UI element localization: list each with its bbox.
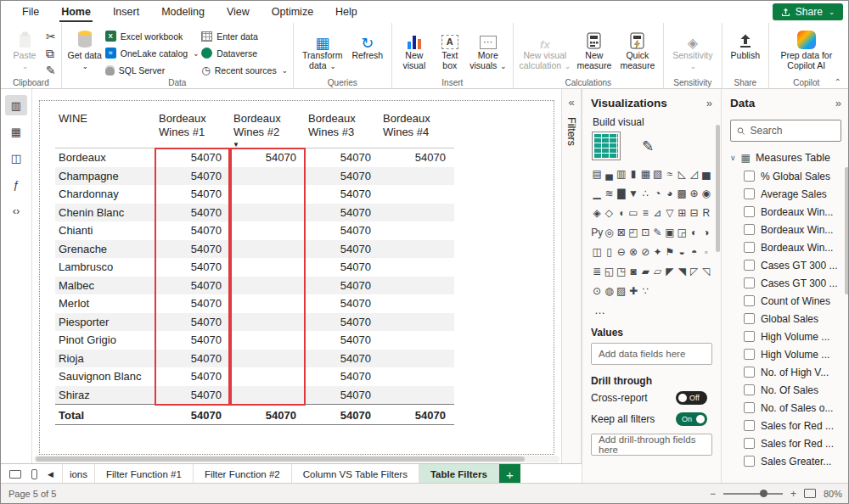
visual-type-icon[interactable]: ◲	[676, 227, 688, 238]
visual-type-icon[interactable]: ▮	[627, 168, 639, 180]
visual-type-icon[interactable]: ▄	[603, 168, 615, 180]
visual-type-icon[interactable]: ◳	[616, 266, 627, 277]
page-tab[interactable]: ions	[62, 464, 95, 484]
visual-type-icon[interactable]: ⊖	[616, 246, 627, 258]
menu-item[interactable]: Help	[324, 2, 368, 23]
visual-type-icon[interactable]: ◑	[700, 227, 712, 238]
sql-server-button[interactable]: SQL Server	[105, 63, 200, 77]
new-page-button[interactable]: +	[499, 464, 520, 484]
column-header[interactable]: WINE	[55, 109, 155, 126]
measure-item[interactable]: No. of High V...	[722, 363, 849, 381]
visual-type-icon[interactable]: ◖	[616, 207, 627, 219]
new-visual-calculation-button[interactable]: fx New visual calculation ⌄	[519, 25, 571, 71]
table-row[interactable]: Malbec 54070 54070	[55, 277, 454, 295]
visual-type-icon[interactable]: ◦	[700, 246, 712, 258]
table-row[interactable]: Champagne 54070 54070	[55, 167, 454, 186]
measure-checkbox[interactable]	[744, 206, 755, 217]
table-row[interactable]: Chenin Blanc 54070 54070	[55, 204, 454, 222]
collapse-pane-icon[interactable]: »	[835, 97, 841, 109]
column-header[interactable]: Bordeaux Wines #1	[155, 109, 230, 139]
excel-workbook-button[interactable]: XExcel workbook	[105, 29, 200, 43]
visual-type-icon[interactable]: ◤	[664, 266, 676, 277]
visual-type-icon[interactable]: ◫	[591, 246, 603, 258]
visual-type-icon[interactable]: ▣	[664, 227, 676, 238]
measure-checkbox[interactable]	[744, 331, 755, 342]
table-row[interactable]: Piesporter 54070 54070	[55, 313, 454, 332]
visual-type-icon[interactable]: ◙	[627, 266, 639, 277]
measure-item[interactable]: Count of Wines	[722, 292, 849, 310]
view-icon[interactable]: ▥	[5, 95, 27, 115]
visual-type-icon[interactable]: ⚑	[664, 246, 676, 258]
measure-item[interactable]: Sales for Red ...	[722, 417, 849, 434]
visual-type-icon[interactable]: ◍	[603, 285, 615, 297]
visual-type-icon[interactable]: ◺	[676, 168, 688, 180]
visual-type-icon[interactable]: ▽	[664, 207, 676, 219]
measure-checkbox[interactable]	[744, 188, 755, 199]
table-visual[interactable]: WINE Bordeaux Wines #1 Bordeaux Wines #2…	[55, 109, 454, 425]
column-header[interactable]: Bordeaux Wines #2	[230, 109, 305, 139]
table-visual-selected-icon[interactable]	[594, 134, 618, 158]
visual-type-icon[interactable]: ⊿	[652, 207, 664, 219]
visual-type-icon[interactable]: ◓	[688, 246, 700, 258]
visual-type-icon[interactable]: ▤	[591, 168, 603, 180]
visual-type-icon[interactable]: ▱	[652, 266, 664, 277]
measure-checkbox[interactable]	[744, 438, 755, 449]
visual-type-icon[interactable]: ≋	[603, 188, 615, 199]
mobile-layout-icon[interactable]	[31, 469, 37, 479]
visual-type-icon[interactable]: ✚	[627, 285, 639, 297]
visual-type-icon[interactable]: ◈	[591, 207, 603, 219]
table-row[interactable]: Chardonnay 54070 54070	[55, 185, 454, 204]
measure-checkbox[interactable]	[744, 277, 755, 288]
copy-button[interactable]: ⧉	[46, 46, 56, 60]
table-row[interactable]: Rioja 54070 54070	[55, 350, 454, 368]
measure-checkbox[interactable]	[744, 242, 755, 253]
filters-pane-collapsed[interactable]: « Filters	[561, 89, 582, 463]
measure-item[interactable]: No. Of Sales	[722, 381, 849, 399]
visual-type-icon[interactable]: ⊞	[676, 207, 688, 219]
visual-type-icon[interactable]: ≡	[639, 207, 651, 219]
measure-checkbox[interactable]	[744, 367, 755, 378]
sensitivity-button[interactable]: ◈ Sensitivity ⌄	[669, 25, 717, 71]
desktop-layout-icon[interactable]	[9, 470, 21, 479]
measure-item[interactable]: Bordeaux Win...	[722, 238, 849, 256]
expand-filters-icon[interactable]: «	[562, 96, 581, 109]
visual-type-icon[interactable]: ◒	[676, 246, 688, 258]
new-measure-button[interactable]: New measure	[574, 25, 615, 70]
visual-type-icon[interactable]: ▯	[603, 246, 615, 258]
table-row[interactable]: Bordeaux 54070 54070 54070 54070	[55, 148, 454, 167]
publish-button[interactable]: Publish	[728, 25, 763, 61]
measure-item[interactable]: Bordeaux Win...	[722, 221, 849, 238]
measure-item[interactable]: Sales for Red ...	[722, 434, 849, 452]
menu-item[interactable]: Insert	[102, 2, 150, 23]
zoom-out-icon[interactable]: −	[710, 488, 716, 500]
search-input[interactable]	[751, 125, 835, 137]
visual-type-icon[interactable]: ◸	[688, 266, 700, 277]
chevron-down-icon[interactable]: ∨	[730, 154, 736, 162]
measure-item[interactable]: Bordeaux Win...	[722, 203, 849, 221]
visual-type-icon[interactable]: ∵	[639, 285, 651, 297]
quick-measure-button[interactable]: Quick measure	[617, 25, 658, 70]
visual-type-icon[interactable]: ◇	[603, 207, 615, 219]
page-tab[interactable]: Filter Function #1	[95, 464, 194, 484]
page-tab[interactable]: Table Filters	[419, 464, 499, 484]
visual-type-icon[interactable]: ◹	[700, 266, 712, 277]
table-row[interactable]: Lambrusco 54070 54070	[55, 258, 454, 277]
horizontal-scrollbar[interactable]	[34, 456, 559, 462]
measure-checkbox[interactable]	[744, 402, 755, 413]
visual-type-icon[interactable]: Py	[591, 227, 603, 238]
sort-descending-icon[interactable]: ▼	[233, 141, 239, 148]
view-icon[interactable]: ◫	[5, 148, 27, 168]
visual-type-icon[interactable]: ▩	[676, 188, 688, 199]
previous-page-arrow[interactable]: ◀	[48, 470, 53, 479]
table-row[interactable]: Shiraz 54070 54070	[55, 386, 454, 405]
scrollbar-thumb[interactable]	[36, 456, 525, 462]
data-pane-scrollbar[interactable]	[845, 125, 849, 478]
visual-type-icon[interactable]: ◐	[688, 227, 700, 238]
zoom-in-icon[interactable]: +	[790, 488, 796, 500]
onelake-catalog-button[interactable]: ≈OneLake catalog⌄	[105, 46, 200, 60]
visual-type-icon[interactable]: ▦	[639, 168, 651, 180]
measure-item[interactable]: Sales Greater...	[722, 452, 849, 470]
collapse-pane-icon[interactable]: »	[706, 97, 712, 109]
visual-type-icon[interactable]: ◉	[700, 188, 712, 199]
visual-type-icon[interactable]: ⊕	[688, 188, 700, 199]
